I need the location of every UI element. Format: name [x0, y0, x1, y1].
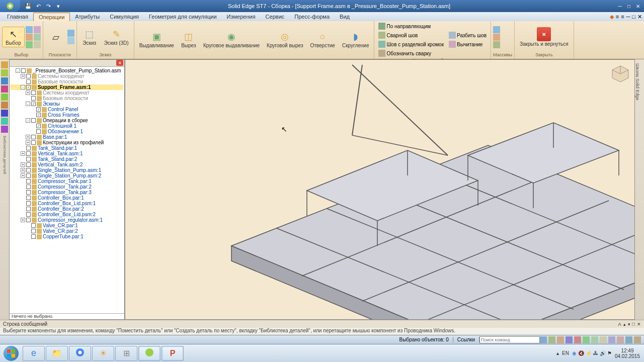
tree-item[interactable]: -✓Support_Frame.asm:1: [11, 84, 123, 90]
app-menu-button[interactable]: [0, 0, 20, 12]
tree-checkbox[interactable]: [31, 96, 36, 101]
sketch3d-button[interactable]: ✎Эскиз (3D): [101, 27, 132, 47]
weld-label-button[interactable]: Обозначить сварку: [376, 49, 446, 57]
tree-item[interactable]: ✓Cross Frames: [11, 112, 123, 118]
tree-checkbox[interactable]: [26, 218, 31, 222]
tree-item[interactable]: Controller_Box.par:2: [11, 206, 123, 212]
tree-expander[interactable]: +: [21, 151, 25, 156]
tree-checkbox[interactable]: [26, 157, 31, 161]
tab-measure[interactable]: Измерения: [222, 13, 261, 21]
tree-item[interactable]: CopperTube.par:1: [11, 234, 123, 239]
tree-expander[interactable]: -: [21, 85, 25, 89]
view-icon10[interactable]: [617, 336, 624, 343]
task-app1[interactable]: ☀: [92, 346, 114, 361]
tab-view[interactable]: Вид: [335, 13, 355, 21]
task-explorer[interactable]: 📁: [46, 346, 68, 361]
tree-item[interactable]: +Системы координат: [11, 73, 123, 79]
tree-item[interactable]: +Base.par:1: [11, 134, 123, 140]
lib-icon5[interactable]: [1, 94, 8, 101]
command-search-input[interactable]: [479, 336, 540, 343]
view-icon3[interactable]: [557, 336, 564, 343]
tree-item[interactable]: Compressor_Tank.par:3: [11, 190, 123, 195]
tree-checkbox[interactable]: [31, 223, 36, 228]
tree-expander[interactable]: +: [26, 90, 30, 95]
tree-expander[interactable]: +: [26, 140, 30, 145]
tree-checkbox[interactable]: [26, 190, 31, 195]
cut-button[interactable]: ◫Вырез: [178, 30, 199, 49]
msg-icon2[interactable]: ▴: [623, 322, 626, 327]
select-button[interactable]: ↖ Выбор: [2, 27, 25, 47]
start-button[interactable]: [0, 344, 22, 363]
tree-expander[interactable]: +: [21, 168, 25, 172]
weld-seam-button[interactable]: Сварной шов: [376, 31, 446, 39]
task-app2[interactable]: ⊞: [115, 346, 137, 361]
tree-expander[interactable]: -: [26, 118, 30, 123]
view-cube[interactable]: [610, 64, 630, 84]
tree-checkbox[interactable]: [26, 185, 31, 189]
tree-item[interactable]: +Конструкции из профилей: [11, 140, 123, 145]
tree-checkbox[interactable]: [26, 179, 31, 184]
tree-expander[interactable]: +: [26, 135, 30, 139]
lib-icon9[interactable]: [1, 126, 8, 133]
icon2[interactable]: [26, 34, 33, 41]
icon3[interactable]: [26, 41, 33, 48]
tree-close-icon[interactable]: ✕: [116, 60, 123, 66]
icon6[interactable]: [34, 41, 41, 48]
tab-mold[interactable]: Пресс-форма: [289, 13, 335, 21]
tray-icon3[interactable]: ⚡: [586, 350, 592, 356]
msg-icon1[interactable]: A: [618, 322, 621, 327]
tree-checkbox[interactable]: ✓: [36, 107, 41, 112]
tree-checkbox[interactable]: [26, 151, 31, 156]
revolve-button[interactable]: ◉Круговое выдавливание: [200, 30, 263, 49]
max-child[interactable]: □: [632, 14, 635, 20]
task-chrome[interactable]: [69, 346, 91, 361]
icon1[interactable]: [26, 26, 33, 33]
fillet-button[interactable]: ◗Скругление: [339, 30, 372, 49]
tree-checkbox[interactable]: [31, 118, 36, 123]
tree-checkbox[interactable]: [26, 162, 31, 167]
tree-item[interactable]: +Compressor_regulator.asm:1: [11, 217, 123, 223]
print-icon[interactable]: ▾: [54, 2, 62, 10]
view-icon2[interactable]: [548, 336, 555, 343]
view-icon6[interactable]: [583, 336, 590, 343]
tree-checkbox[interactable]: [26, 201, 31, 206]
extrude-button[interactable]: ▣Выдавливание: [136, 30, 177, 49]
icon4[interactable]: [34, 26, 41, 33]
tree-checkbox[interactable]: [31, 135, 36, 139]
maximize-button[interactable]: □: [625, 3, 633, 10]
tree-item[interactable]: Tank_Stand.par:2: [11, 156, 123, 162]
tree-checkbox[interactable]: [26, 173, 31, 178]
tree-item[interactable]: +Системы координат: [11, 90, 123, 96]
tree-item[interactable]: -Операции в сборке: [11, 118, 123, 123]
msg-icon3[interactable]: ▾: [628, 322, 630, 327]
tree-item[interactable]: +Single_Station_Pump.asm:2: [11, 173, 123, 178]
tree-checkbox[interactable]: ✓: [26, 85, 31, 89]
tree-item[interactable]: -_Pressure_Booster_Pump_Station.asm: [11, 68, 123, 73]
tree-item[interactable]: Compressor_Tank.par:2: [11, 184, 123, 190]
view-icon12[interactable]: [634, 336, 641, 343]
close-button[interactable]: ✕: [634, 3, 642, 10]
tree-checkbox[interactable]: ✓: [36, 124, 41, 128]
tree-item[interactable]: -✓Эскизы: [11, 101, 123, 107]
tree-item[interactable]: Valve_CR.par:1: [11, 223, 123, 228]
tree-item[interactable]: Valve_CR.par:2: [11, 228, 123, 234]
task-powerpoint[interactable]: P: [162, 346, 184, 361]
lang-indicator[interactable]: EN: [562, 350, 569, 356]
tree-item[interactable]: Базовые плоскости: [11, 79, 123, 84]
msg-icon5[interactable]: ✕: [637, 322, 641, 327]
tab-operations[interactable]: Операции: [33, 13, 70, 21]
tray-icon2[interactable]: 🔇: [578, 350, 584, 356]
hole-button[interactable]: ○Отверстие: [307, 30, 338, 49]
3d-viewport[interactable]: ↖: [125, 59, 635, 320]
tray-icon5[interactable]: 🔊: [600, 350, 606, 356]
clock[interactable]: 12:49 04.02.2015: [615, 348, 640, 359]
view-icon7[interactable]: [591, 336, 598, 343]
lib-icon7[interactable]: [1, 110, 8, 117]
tree-item[interactable]: ✓Control Panel: [11, 107, 123, 112]
tree-checkbox[interactable]: [26, 79, 31, 84]
pattern-icon3[interactable]: [493, 41, 500, 48]
msg-icon4[interactable]: □: [632, 322, 635, 327]
menu-icon2[interactable]: ≡: [621, 14, 624, 20]
tree-checkbox[interactable]: [26, 74, 31, 78]
tab-simulation[interactable]: Симуляция: [105, 13, 144, 21]
